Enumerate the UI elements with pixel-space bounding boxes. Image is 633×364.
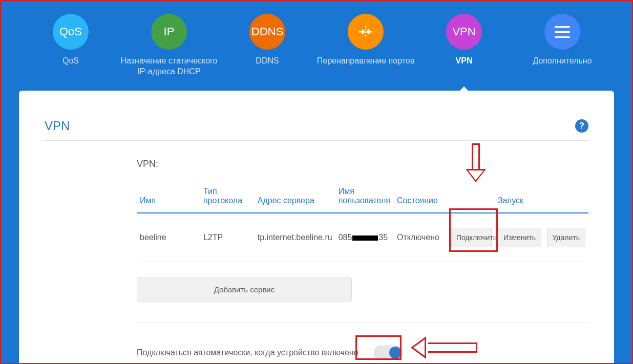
cell-name: beeline [137,213,200,262]
auto-connect-toggle[interactable] [374,346,403,360]
ddns-icon: DDNS [249,14,285,50]
tab-vpn[interactable]: VPN VPN [415,14,513,76]
tab-label: DDNS [256,56,279,76]
tab-label: Перенаправление портов [317,56,415,76]
help-icon[interactable]: ? [575,119,588,133]
tab-label: VPN [456,56,473,76]
ip-icon: IP [151,14,187,50]
add-service-button[interactable]: Добавить сервис [137,277,352,302]
tab-ip[interactable]: IP Назначение статического IP-адреса DHC… [120,14,218,77]
section-label: VPN: [137,159,588,169]
content-panel: VPN ? VPN: Имя Тип протокола Адрес серве… [19,91,614,363]
auto-connect-row: Подключаться автоматически, когда устрой… [137,346,588,360]
delete-button[interactable]: Удалить [547,228,585,247]
menu-icon [544,14,580,50]
col-server: Адрес сервера [255,180,335,213]
edit-button[interactable]: Изменить [498,228,541,247]
tab-ddns[interactable]: DDNS DDNS [218,14,316,76]
vpn-table: Имя Тип протокола Адрес сервера Имя поль… [137,180,588,262]
page-title: VPN [45,119,70,133]
vpn-icon: VPN [446,14,482,50]
col-protocol: Тип протокола [200,180,255,213]
col-name: Имя [137,180,200,213]
cell-protocol: L2TP [200,213,255,262]
cell-server: tp.internet.beeline.ru [255,213,335,262]
tab-label: Дополнительно [533,56,592,76]
auto-connect-label: Подключаться автоматически, когда устрой… [137,348,358,357]
connect-button[interactable]: Подключить [451,228,492,247]
port-forwarding-icon [348,14,384,50]
tab-label: QoS [62,56,79,76]
col-user: Имя пользователя [335,180,394,213]
top-tabs: QoS QoS IP Назначение статического IP-ад… [1,1,632,77]
tab-qos[interactable]: QoS QoS [22,14,120,76]
cell-status: Отключено [394,213,448,262]
col-launch: Запуск [495,180,588,213]
tab-label: Назначение статического IP-адреса DHCP [120,56,218,77]
cell-user: 08535 [335,213,394,262]
qos-icon: QoS [53,14,89,50]
tab-port-forwarding[interactable]: Перенаправление портов [316,14,415,76]
redacted-text [352,235,378,241]
table-row: beeline L2TP tp.internet.beeline.ru 0853… [137,213,588,262]
tab-more[interactable]: Дополнительно [513,14,611,76]
col-status: Состояние [394,180,448,213]
panel-header: VPN ? [45,119,588,141]
